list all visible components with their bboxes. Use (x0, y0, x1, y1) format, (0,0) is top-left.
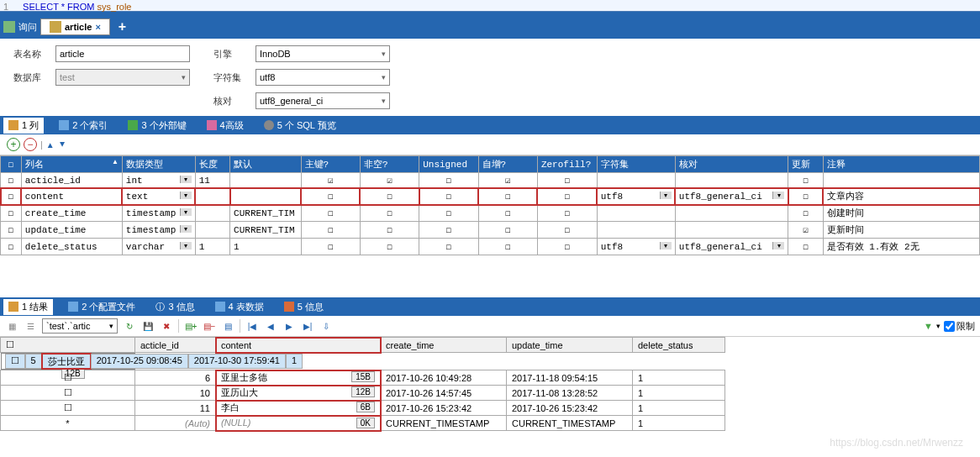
row-checkbox[interactable]: ☐ (1, 239, 22, 255)
close-icon[interactable]: × (95, 22, 100, 32)
header-update-time[interactable]: update_time (507, 338, 633, 353)
limit-checkbox[interactable]: 限制 (944, 320, 975, 333)
col-length[interactable]: 11 (195, 173, 229, 188)
col-collation[interactable] (675, 222, 788, 239)
col-autoinc[interactable]: ☐ (478, 205, 537, 222)
header-content[interactable]: content (216, 338, 381, 353)
col-zerofill[interactable]: ☐ (537, 205, 597, 222)
col-collation[interactable]: utf8_general_ci▾ (675, 239, 788, 255)
col-comment[interactable]: 文章内容 (823, 188, 979, 205)
col-autoinc[interactable]: ☐ (478, 222, 537, 239)
header-autoinc[interactable]: 自增? (478, 156, 537, 173)
header-comment[interactable]: 注释 (823, 156, 979, 173)
col-update[interactable]: ☐ (788, 173, 823, 188)
col-name[interactable]: acticle_id (21, 173, 122, 188)
cell-create-time[interactable]: 2017-10-26 14:57:45 (381, 386, 507, 401)
col-notnull[interactable]: ☐ (360, 188, 419, 205)
form-icon[interactable]: ☰ (24, 319, 37, 333)
cell-update-time[interactable]: CURRENT_TIMESTAMP (507, 416, 633, 431)
result-row[interactable]: *(Auto)(NULL)0KCURRENT_TIMESTAMPCURRENT_… (1, 416, 725, 431)
header-row-checkbox[interactable]: ☐ (1, 338, 135, 353)
col-charset[interactable] (597, 222, 675, 239)
row-marker[interactable]: ☐ (1, 370, 135, 386)
move-up-button[interactable]: ▲ (46, 140, 55, 150)
col-collation[interactable] (675, 173, 788, 188)
chevron-down-icon[interactable]: ▾ (180, 192, 192, 199)
col-collation[interactable]: utf8_general_ci▾ (675, 188, 788, 205)
header-length[interactable]: 长度 (195, 156, 229, 173)
cell-create-time[interactable]: CURRENT_TIMESTAMP (381, 416, 507, 431)
col-charset[interactable] (597, 205, 675, 222)
col-name[interactable]: delete_status (21, 239, 122, 255)
chevron-down-icon[interactable]: ▾ (180, 176, 192, 183)
cell-delete-status[interactable]: 1 (633, 370, 725, 386)
row-marker[interactable]: * (1, 416, 135, 431)
col-type[interactable]: timestamp▾ (122, 205, 195, 222)
column-row[interactable]: ☐create_timetimestamp▾CURRENT_TIM☐☐☐☐☐☐创… (1, 205, 980, 222)
cell-create-time[interactable]: 2017-10-26 15:23:42 (381, 401, 507, 416)
tab-table-data[interactable]: 4 表数据 (210, 299, 269, 315)
col-name[interactable]: create_time (21, 205, 122, 222)
col-type[interactable]: timestamp▾ (122, 222, 195, 239)
charset-select[interactable]: utf8 ▾ (256, 69, 390, 86)
tab-info-5[interactable]: 5 信息 (279, 299, 329, 315)
cell-update-time[interactable]: 2017-10-26 15:23:42 (507, 401, 633, 416)
table-name-input[interactable] (55, 45, 190, 62)
chevron-down-icon[interactable]: ▾ (772, 192, 784, 199)
cell-id[interactable]: 5 (25, 354, 42, 369)
cell-delete-status[interactable]: 1 (633, 416, 725, 431)
tab-article[interactable]: article × (40, 18, 110, 35)
columns-grid[interactable]: ☐ 列名▲ 数据类型 长度 默认 主键? 非空? Unsigned 自增? Ze… (0, 155, 980, 255)
col-zerofill[interactable]: ☐ (537, 188, 597, 205)
header-update[interactable]: 更新 (788, 156, 823, 173)
database-select[interactable]: test ▾ (55, 69, 190, 86)
tab-columns[interactable]: 1 列 (3, 118, 44, 134)
col-name[interactable]: content (21, 188, 122, 205)
col-autoinc[interactable]: ☐ (478, 188, 537, 205)
tab-foreign-keys[interactable]: 3 个外部键 (123, 118, 191, 134)
refresh-button[interactable]: ↻ (123, 319, 136, 333)
col-type[interactable]: text▾ (122, 188, 195, 205)
filter-dropdown-icon[interactable]: ▾ (936, 322, 940, 330)
col-notnull[interactable]: ☑ (360, 173, 419, 188)
col-comment[interactable]: 是否有效 1.有效 2无 (823, 239, 979, 255)
query-tab-label[interactable]: 询问 (18, 21, 37, 34)
chevron-down-icon[interactable]: ▾ (180, 225, 192, 233)
col-update[interactable]: ☐ (788, 205, 823, 222)
col-pk[interactable]: ☐ (301, 239, 360, 255)
column-row[interactable]: ☐delete_statusvarchar▾11☐☐☐☐☐utf8▾utf8_g… (1, 239, 980, 255)
first-button[interactable]: |◀ (245, 319, 259, 333)
col-zerofill[interactable]: ☐ (537, 173, 597, 188)
chevron-down-icon[interactable]: ▾ (772, 242, 784, 250)
duplicate-row-button[interactable]: ▤ (221, 319, 234, 333)
col-default[interactable] (230, 188, 301, 205)
header-checkbox[interactable]: ☐ (1, 156, 22, 173)
tab-info-3[interactable]: ⓘ3 信息 (150, 299, 199, 315)
col-comment[interactable]: 创建时间 (823, 205, 979, 222)
cell-delete-status[interactable]: 1 (286, 354, 303, 369)
row-checkbox[interactable]: ☐ (1, 205, 22, 222)
add-column-button[interactable]: + (7, 138, 20, 151)
col-autoinc[interactable]: ☑ (478, 173, 537, 188)
cell-content[interactable]: (NULL)0K (216, 416, 381, 431)
row-checkbox[interactable]: ☐ (1, 188, 22, 205)
last-button[interactable]: ▶| (301, 319, 314, 333)
tab-advanced[interactable]: 4高级 (202, 118, 249, 134)
collation-select[interactable]: utf8_general_ci ▾ (256, 92, 390, 109)
row-marker[interactable]: ☐ (1, 401, 135, 416)
cell-create-time[interactable]: 2017-10-26 10:49:28 (381, 370, 507, 386)
row-checkbox[interactable]: ☐ (1, 222, 22, 239)
cell-content[interactable]: 亚历山大12B (216, 386, 381, 401)
col-notnull[interactable]: ☐ (360, 222, 419, 239)
cell-content[interactable]: 亚里士多德15B (216, 370, 381, 386)
results-grid[interactable]: ☐ acticle_id content create_time update_… (0, 337, 725, 431)
row-checkbox[interactable]: ☐ (1, 173, 22, 188)
col-length[interactable]: 1 (195, 239, 229, 255)
limit-checkbox-input[interactable] (944, 321, 955, 332)
col-type[interactable]: varchar▾ (122, 239, 195, 255)
col-autoinc[interactable]: ☐ (478, 239, 537, 255)
col-unsigned[interactable]: ☐ (419, 188, 478, 205)
chevron-down-icon[interactable]: ▾ (180, 208, 192, 216)
header-id[interactable]: acticle_id (135, 338, 216, 353)
header-type[interactable]: 数据类型 (122, 156, 195, 173)
